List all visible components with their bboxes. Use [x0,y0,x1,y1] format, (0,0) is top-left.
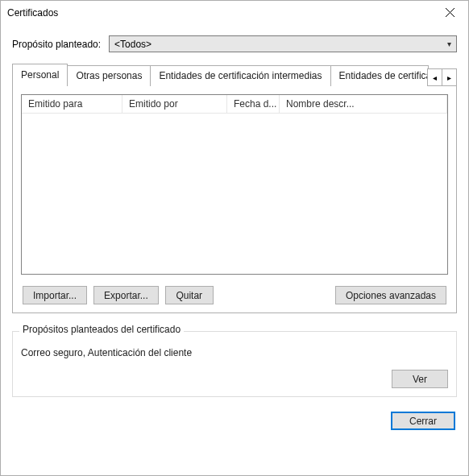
column-issued-by[interactable]: Emitido por [122,95,227,113]
export-button[interactable]: Exportar... [93,286,159,304]
dialog-footer: Cerrar [12,412,457,430]
button-label: Exportar... [104,290,148,301]
remove-button[interactable]: Quitar [165,286,214,304]
tab-trusted-root-ca[interactable]: Entidades de certificac [330,65,429,86]
intended-purpose-value: <Todos> [114,39,151,50]
certificate-purposes-group: Propósitos planteados del certificado Co… [12,331,457,397]
chevron-left-icon: ◂ [433,73,437,82]
column-issued-to[interactable]: Emitido para [22,95,122,113]
tab-other-people[interactable]: Otras personas [67,65,151,86]
advanced-options-button[interactable]: Opciones avanzadas [335,286,446,304]
titlebar: Certificados [1,1,468,24]
chevron-right-icon: ▸ [447,73,451,82]
tab-label: Entidades de certificación intermedias [159,70,322,81]
view-row: Ver [21,370,448,388]
list-action-row: Importar... Exportar... Quitar Opciones … [21,286,448,304]
list-header: Emitido para Emitido por Fecha d... Nomb… [22,95,447,114]
tab-scroll-left-button[interactable]: ◂ [427,68,442,86]
close-icon [446,8,454,17]
tab-intermediate-ca[interactable]: Entidades de certificación intermedias [150,65,330,86]
tab-label: Otras personas [76,70,142,81]
tab-scroll-right-button[interactable]: ▸ [442,68,457,86]
button-label: Ver [413,374,427,385]
close-window-button[interactable] [432,1,468,24]
view-button[interactable]: Ver [392,370,448,388]
button-label: Opciones avanzadas [346,290,436,301]
tab-label: Entidades de certificac [339,70,429,81]
window-title: Certificados [1,7,58,19]
chevron-down-icon: ▾ [447,39,451,48]
column-expiration-date[interactable]: Fecha d... [227,95,280,113]
tab-personal[interactable]: Personal [12,64,68,86]
intended-purpose-row: Propósito planteado: <Todos> ▾ [12,35,457,52]
tab-pane: Emitido para Emitido por Fecha d... Nomb… [12,85,457,313]
certificates-dialog: Certificados Propósito planteado: <Todos… [0,0,469,476]
button-label: Importar... [33,290,77,301]
import-button[interactable]: Importar... [23,286,87,304]
tab-scroll: ◂ ▸ [428,68,457,86]
group-title: Propósitos planteados del certificado [19,324,184,335]
certificate-purposes-text: Correo seguro, Autenticación del cliente [21,347,448,358]
tabstrip: Personal Otras personas Entidades de cer… [12,64,457,86]
client-area: Propósito planteado: <Todos> ▾ Personal … [1,24,468,475]
button-label: Cerrar [409,416,437,427]
intended-purpose-combo[interactable]: <Todos> ▾ [109,35,457,52]
intended-purpose-label: Propósito planteado: [12,39,101,50]
button-label: Quitar [176,290,202,301]
tab-label: Personal [21,69,59,81]
column-friendly-name[interactable]: Nombre descr... [280,95,447,113]
certificate-list[interactable]: Emitido para Emitido por Fecha d... Nomb… [21,94,448,275]
close-button[interactable]: Cerrar [391,412,455,430]
